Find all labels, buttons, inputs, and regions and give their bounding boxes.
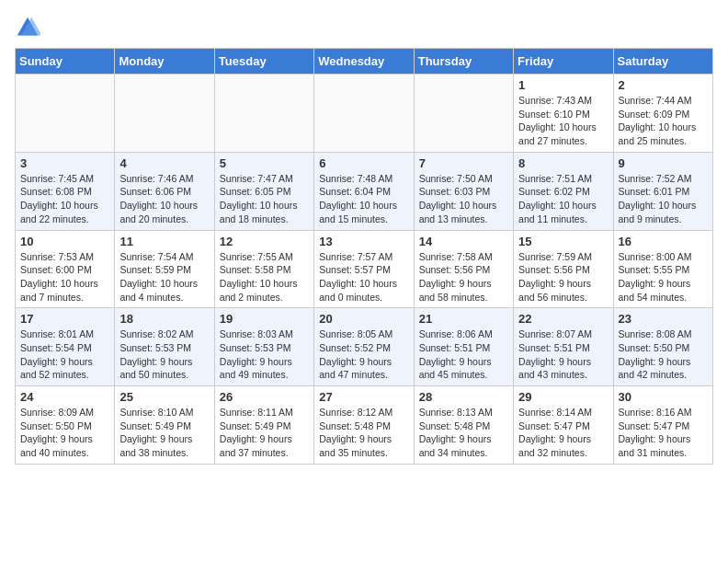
calendar-cell: 1Sunrise: 7:43 AM Sunset: 6:10 PM Daylig… [514,75,613,153]
day-info: Sunrise: 8:11 AM Sunset: 5:49 PM Dayligh… [220,406,309,460]
calendar-cell: 27Sunrise: 8:12 AM Sunset: 5:48 PM Dayli… [314,386,414,465]
weekday-header: Wednesday [314,49,414,75]
calendar-cell [414,75,513,153]
day-info: Sunrise: 8:02 AM Sunset: 5:53 PM Dayligh… [119,327,209,382]
day-number: 5 [220,156,309,170]
day-number: 17 [20,312,109,326]
day-info: Sunrise: 8:03 AM Sunset: 5:53 PM Dayligh… [220,327,309,382]
calendar-cell: 4Sunrise: 7:46 AM Sunset: 6:06 PM Daylig… [115,152,214,230]
calendar-cell: 6Sunrise: 7:48 AM Sunset: 6:04 PM Daylig… [314,152,414,230]
day-info: Sunrise: 7:54 AM Sunset: 5:59 PM Dayligh… [119,250,209,304]
day-number: 10 [20,235,109,248]
weekday-header: Sunday [16,49,115,75]
day-number: 7 [419,156,508,170]
calendar-cell: 8Sunrise: 7:51 AM Sunset: 6:02 PM Daylig… [514,152,613,230]
calendar-week-row: 24Sunrise: 8:09 AM Sunset: 5:50 PM Dayli… [16,386,713,465]
calendar-cell: 23Sunrise: 8:08 AM Sunset: 5:50 PM Dayli… [613,308,712,386]
day-number: 20 [319,312,408,326]
day-number: 8 [518,156,608,170]
day-info: Sunrise: 7:53 AM Sunset: 6:00 PM Dayligh… [20,250,109,304]
calendar-week-row: 17Sunrise: 8:01 AM Sunset: 5:54 PM Dayli… [16,308,713,386]
weekday-header: Friday [514,49,613,75]
day-info: Sunrise: 8:06 AM Sunset: 5:51 PM Dayligh… [419,327,508,382]
calendar-cell: 13Sunrise: 7:57 AM Sunset: 5:57 PM Dayli… [314,230,414,308]
calendar-cell: 28Sunrise: 8:13 AM Sunset: 5:48 PM Dayli… [414,386,513,465]
day-number: 29 [518,390,608,404]
day-number: 24 [20,390,109,404]
calendar-cell: 11Sunrise: 7:54 AM Sunset: 5:59 PM Dayli… [115,230,214,308]
calendar-cell [115,75,214,153]
calendar-table: SundayMondayTuesdayWednesdayThursdayFrid… [15,48,713,465]
calendar-cell [16,75,115,153]
day-info: Sunrise: 8:16 AM Sunset: 5:47 PM Dayligh… [619,406,708,460]
day-number: 23 [619,312,708,326]
logo [15,15,44,40]
weekday-header: Monday [115,49,214,75]
day-info: Sunrise: 7:48 AM Sunset: 6:04 PM Dayligh… [319,172,408,226]
day-number: 30 [619,390,708,404]
day-info: Sunrise: 7:45 AM Sunset: 6:08 PM Dayligh… [20,172,109,226]
logo-icon [15,15,40,40]
day-info: Sunrise: 8:14 AM Sunset: 5:47 PM Dayligh… [518,406,608,460]
weekday-header: Saturday [613,49,712,75]
calendar-cell: 15Sunrise: 7:59 AM Sunset: 5:56 PM Dayli… [514,230,613,308]
day-info: Sunrise: 7:57 AM Sunset: 5:57 PM Dayligh… [319,250,408,304]
day-info: Sunrise: 7:47 AM Sunset: 6:05 PM Dayligh… [220,172,309,226]
calendar-cell: 25Sunrise: 8:10 AM Sunset: 5:49 PM Dayli… [115,386,214,465]
calendar-cell: 9Sunrise: 7:52 AM Sunset: 6:01 PM Daylig… [613,152,712,230]
day-info: Sunrise: 8:08 AM Sunset: 5:50 PM Dayligh… [619,327,708,382]
day-number: 9 [619,156,708,170]
weekday-header: Thursday [414,49,513,75]
day-number: 19 [220,312,309,326]
day-info: Sunrise: 7:58 AM Sunset: 5:56 PM Dayligh… [419,250,508,304]
day-info: Sunrise: 8:13 AM Sunset: 5:48 PM Dayligh… [419,406,508,460]
calendar-cell: 3Sunrise: 7:45 AM Sunset: 6:08 PM Daylig… [16,152,115,230]
day-number: 6 [319,156,408,170]
day-info: Sunrise: 7:50 AM Sunset: 6:03 PM Dayligh… [419,172,508,226]
page-header [15,15,713,40]
calendar-cell: 21Sunrise: 8:06 AM Sunset: 5:51 PM Dayli… [414,308,513,386]
day-number: 13 [319,235,408,248]
weekday-header: Tuesday [214,49,313,75]
calendar-header-row: SundayMondayTuesdayWednesdayThursdayFrid… [16,49,713,75]
day-info: Sunrise: 8:12 AM Sunset: 5:48 PM Dayligh… [319,406,408,460]
day-number: 1 [518,78,608,92]
calendar-cell: 17Sunrise: 8:01 AM Sunset: 5:54 PM Dayli… [16,308,115,386]
day-number: 15 [518,235,608,248]
day-number: 3 [20,156,109,170]
day-number: 26 [220,390,309,404]
day-info: Sunrise: 8:09 AM Sunset: 5:50 PM Dayligh… [20,406,109,460]
day-info: Sunrise: 8:10 AM Sunset: 5:49 PM Dayligh… [119,406,209,460]
calendar-cell: 12Sunrise: 7:55 AM Sunset: 5:58 PM Dayli… [214,230,313,308]
calendar-cell: 16Sunrise: 8:00 AM Sunset: 5:55 PM Dayli… [613,230,712,308]
calendar-cell: 20Sunrise: 8:05 AM Sunset: 5:52 PM Dayli… [314,308,414,386]
calendar-cell: 26Sunrise: 8:11 AM Sunset: 5:49 PM Dayli… [214,386,313,465]
day-number: 2 [619,78,708,92]
day-number: 12 [220,235,309,248]
calendar-week-row: 10Sunrise: 7:53 AM Sunset: 6:00 PM Dayli… [16,230,713,308]
day-info: Sunrise: 8:00 AM Sunset: 5:55 PM Dayligh… [619,250,708,304]
day-info: Sunrise: 8:05 AM Sunset: 5:52 PM Dayligh… [319,327,408,382]
day-number: 14 [419,235,508,248]
calendar-cell: 22Sunrise: 8:07 AM Sunset: 5:51 PM Dayli… [514,308,613,386]
day-number: 25 [119,390,209,404]
day-info: Sunrise: 7:52 AM Sunset: 6:01 PM Dayligh… [619,172,708,226]
calendar-cell: 7Sunrise: 7:50 AM Sunset: 6:03 PM Daylig… [414,152,513,230]
day-info: Sunrise: 7:55 AM Sunset: 5:58 PM Dayligh… [220,250,309,304]
calendar-body: 1Sunrise: 7:43 AM Sunset: 6:10 PM Daylig… [16,75,713,465]
day-info: Sunrise: 7:51 AM Sunset: 6:02 PM Dayligh… [518,172,608,226]
day-info: Sunrise: 8:01 AM Sunset: 5:54 PM Dayligh… [20,327,109,382]
calendar-cell: 24Sunrise: 8:09 AM Sunset: 5:50 PM Dayli… [16,386,115,465]
calendar-cell: 19Sunrise: 8:03 AM Sunset: 5:53 PM Dayli… [214,308,313,386]
day-number: 22 [518,312,608,326]
day-number: 28 [419,390,508,404]
calendar-cell: 10Sunrise: 7:53 AM Sunset: 6:00 PM Dayli… [16,230,115,308]
calendar-cell: 5Sunrise: 7:47 AM Sunset: 6:05 PM Daylig… [214,152,313,230]
day-number: 18 [119,312,209,326]
day-number: 11 [119,235,209,248]
day-info: Sunrise: 7:59 AM Sunset: 5:56 PM Dayligh… [518,250,608,304]
calendar-cell: 18Sunrise: 8:02 AM Sunset: 5:53 PM Dayli… [115,308,214,386]
day-number: 4 [119,156,209,170]
calendar-week-row: 3Sunrise: 7:45 AM Sunset: 6:08 PM Daylig… [16,152,713,230]
day-info: Sunrise: 7:46 AM Sunset: 6:06 PM Dayligh… [119,172,209,226]
